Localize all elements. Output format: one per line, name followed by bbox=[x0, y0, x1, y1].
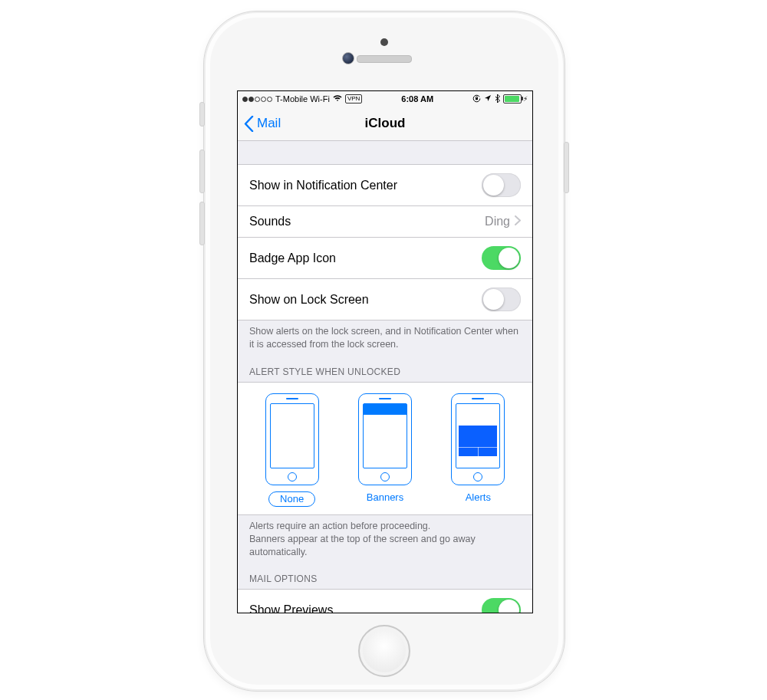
phone-glyph-none bbox=[265, 393, 319, 485]
show-in-nc-toggle[interactable] bbox=[482, 173, 521, 197]
nav-bar: Mail iCloud bbox=[238, 107, 532, 141]
signal-strength-icon bbox=[242, 97, 272, 102]
orientation-lock-icon bbox=[472, 94, 481, 104]
mail-options-header: MAIL OPTIONS bbox=[238, 563, 532, 589]
row-label: Badge App Icon bbox=[249, 251, 336, 265]
mute-switch bbox=[199, 102, 205, 127]
alert-style-none-label: None bbox=[268, 491, 315, 507]
battery-icon: ⚡︎ bbox=[503, 94, 528, 104]
alert-style-banners-label: Banners bbox=[358, 491, 412, 503]
earpiece-speaker bbox=[357, 55, 412, 63]
back-button[interactable]: Mail bbox=[244, 107, 281, 140]
badge-app-icon-toggle[interactable] bbox=[482, 246, 521, 270]
location-icon bbox=[484, 94, 492, 104]
bluetooth-icon bbox=[495, 94, 500, 104]
row-label: Show in Notification Center bbox=[249, 179, 397, 192]
status-bar: T-Mobile Wi-Fi VPN 6:08 AM bbox=[238, 91, 532, 107]
vpn-badge: VPN bbox=[345, 94, 362, 104]
row-label: Sounds bbox=[249, 215, 291, 228]
show-on-lock-screen-row[interactable]: Show on Lock Screen bbox=[238, 278, 532, 320]
alert-style-none[interactable]: None bbox=[265, 393, 319, 507]
carrier-label: T-Mobile Wi-Fi bbox=[275, 94, 330, 104]
proximity-sensor bbox=[380, 38, 388, 46]
wifi-icon bbox=[333, 94, 342, 104]
page-title: iCloud bbox=[365, 116, 406, 131]
volume-down-button bbox=[199, 202, 205, 245]
alert-style-picker: None Banners Alerts bbox=[238, 382, 532, 515]
home-button[interactable] bbox=[358, 625, 410, 677]
row-label: Show on Lock Screen bbox=[249, 293, 369, 307]
power-button bbox=[564, 142, 569, 193]
lockscreen-footer-text: Show alerts on the lock screen, and in N… bbox=[238, 320, 532, 356]
charging-icon: ⚡︎ bbox=[523, 95, 528, 103]
mail-options-group: Show Previews bbox=[238, 589, 532, 613]
sounds-value: Ding bbox=[485, 215, 510, 228]
phone-glyph-alerts bbox=[451, 393, 505, 485]
show-previews-row[interactable]: Show Previews bbox=[238, 590, 532, 613]
show-previews-toggle[interactable] bbox=[482, 598, 521, 613]
volume-up-button bbox=[199, 150, 205, 193]
badge-app-icon-row[interactable]: Badge App Icon bbox=[238, 237, 532, 278]
alert-style-alerts-label: Alerts bbox=[451, 491, 505, 503]
front-camera bbox=[342, 52, 354, 64]
svg-rect-1 bbox=[476, 97, 478, 100]
show-on-lockscreen-toggle[interactable] bbox=[482, 288, 521, 311]
alert-style-banners[interactable]: Banners bbox=[358, 393, 412, 507]
back-label: Mail bbox=[257, 116, 281, 131]
show-in-notification-center-row[interactable]: Show in Notification Center bbox=[238, 165, 532, 205]
screen: T-Mobile Wi-Fi VPN 6:08 AM bbox=[237, 90, 533, 613]
alert-style-header: ALERT STYLE WHEN UNLOCKED bbox=[238, 356, 532, 382]
row-label: Show Previews bbox=[249, 603, 333, 613]
phone-glyph-banners bbox=[358, 393, 412, 485]
iphone-frame: T-Mobile Wi-Fi VPN 6:08 AM bbox=[203, 11, 565, 692]
chevron-right-icon bbox=[515, 215, 521, 228]
sounds-row[interactable]: Sounds Ding bbox=[238, 205, 532, 237]
alert-style-alerts[interactable]: Alerts bbox=[451, 393, 505, 507]
alert-style-footer-text: Alerts require an action before proceedi… bbox=[238, 515, 532, 564]
chevron-left-icon bbox=[244, 116, 254, 132]
notification-settings-group: Show in Notification Center Sounds Ding … bbox=[238, 164, 532, 320]
clock-label: 6:08 AM bbox=[401, 94, 433, 104]
